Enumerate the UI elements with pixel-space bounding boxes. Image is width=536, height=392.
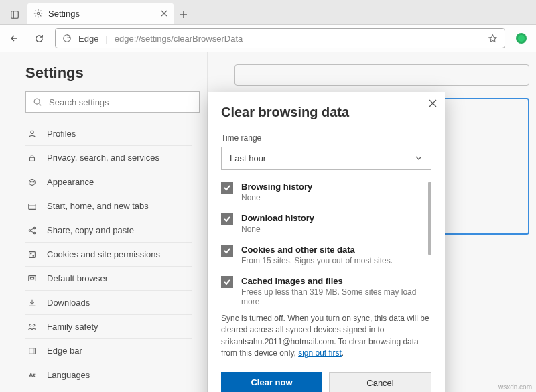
svg-point-20 — [34, 227, 36, 229]
share-icon — [27, 226, 38, 235]
svg-point-25 — [31, 253, 31, 253]
tab-actions-button[interactable] — [5, 5, 24, 24]
sidebar-item-label: Privacy, search, and services — [47, 153, 159, 163]
sidebar-icon — [27, 346, 38, 356]
sidebar-item-downloads[interactable]: Downloads — [25, 291, 192, 315]
dialog-buttons: Clear now Cancel — [221, 372, 431, 392]
svg-rect-13 — [30, 157, 35, 161]
sidebar-item-appearance[interactable]: Appearance — [25, 170, 192, 194]
sidebar-item-label: Start, home, and new tabs — [47, 201, 149, 211]
sign-out-link[interactable]: sign out first — [298, 348, 342, 358]
clear-browsing-data-dialog: Clear browsing data Time range Last hour… — [208, 92, 445, 392]
time-range-value: Last hour — [230, 153, 266, 164]
checkbox-item[interactable]: Cookies and other site dataFrom 15 sites… — [221, 245, 425, 265]
time-range-select[interactable]: Last hour — [221, 147, 431, 170]
search-icon — [33, 97, 42, 107]
sidebar-item-share[interactable]: Share, copy and paste — [25, 218, 192, 243]
sidebar-item-edgebar[interactable]: Edge bar — [25, 339, 192, 363]
svg-rect-17 — [29, 204, 36, 209]
checkbox-description: Frees up less than 319 MB. Some sites ma… — [241, 287, 425, 306]
sidebar-item-privacy[interactable]: Privacy, search, and services — [25, 146, 192, 170]
checkbox-label: Cookies and other site data — [241, 245, 393, 255]
svg-line-11 — [40, 104, 42, 106]
checkbox-item[interactable]: Cached images and filesFrees up less tha… — [221, 276, 425, 306]
sidebar-item-family[interactable]: Family safety — [25, 315, 192, 339]
checkbox-checked-icon[interactable] — [221, 276, 233, 288]
svg-point-19 — [29, 229, 31, 231]
svg-point-9 — [518, 35, 525, 42]
close-icon[interactable] — [429, 99, 437, 107]
svg-rect-24 — [29, 251, 36, 257]
download-icon — [27, 298, 38, 308]
sidebar-item-profiles[interactable]: Profiles — [25, 122, 192, 146]
edge-logo-icon — [62, 34, 72, 43]
sidebar-item-label: Profiles — [47, 129, 76, 139]
svg-point-14 — [29, 179, 36, 185]
close-icon[interactable] — [161, 10, 168, 17]
family-icon — [27, 322, 38, 332]
svg-line-22 — [31, 228, 34, 230]
gear-icon — [34, 9, 43, 18]
checkbox-label: Cached images and files — [241, 276, 425, 286]
browser-tab[interactable]: Settings — [27, 3, 174, 24]
address-url: edge://settings/clearBrowserData — [115, 34, 243, 44]
svg-rect-28 — [30, 277, 34, 279]
svg-point-26 — [33, 255, 34, 256]
toolbar: Edge | edge://settings/clearBrowserData — [0, 25, 536, 52]
sidebar-item-label: Downloads — [47, 298, 90, 308]
page-title: Settings — [25, 64, 207, 82]
sidebar-item-start[interactable]: Start, home, and new tabs — [25, 194, 192, 218]
svg-point-30 — [33, 324, 35, 326]
profile-icon — [27, 129, 38, 139]
svg-point-10 — [34, 99, 40, 104]
checkbox-checked-icon[interactable] — [221, 213, 233, 225]
chevron-down-icon — [415, 154, 423, 162]
sidebar: Settings Search settings Profiles Privac… — [0, 52, 208, 392]
checkbox-description: None — [241, 193, 312, 202]
back-button[interactable] — [7, 30, 23, 46]
tab-icon — [27, 202, 38, 211]
sidebar-item-label: Share, copy and paste — [47, 225, 134, 235]
checkbox-label: Download history — [241, 213, 314, 223]
titlebar: Settings — [0, 0, 536, 25]
sidebar-item-label: Edge bar — [47, 346, 82, 356]
sidebar-item-cookies[interactable]: Cookies and site permissions — [25, 243, 192, 267]
clear-now-button[interactable]: Clear now — [221, 372, 322, 392]
watermark: wsxdn.com — [498, 383, 532, 391]
svg-point-2 — [37, 12, 40, 15]
sidebar-item-default-browser[interactable]: Default browser — [25, 267, 192, 291]
checkbox-item[interactable]: Download historyNone — [221, 213, 425, 234]
svg-point-29 — [29, 324, 31, 326]
cancel-button[interactable]: Cancel — [329, 372, 431, 392]
checkbox-item[interactable]: Browsing historyNone — [221, 182, 425, 202]
sidebar-item-label: Languages — [47, 370, 90, 380]
checkbox-checked-icon[interactable] — [221, 245, 233, 257]
favorite-icon[interactable] — [488, 34, 498, 44]
svg-line-23 — [31, 231, 34, 232]
svg-rect-0 — [11, 11, 19, 19]
cookie-icon — [27, 250, 38, 259]
address-bar[interactable]: Edge | edge://settings/clearBrowserData — [55, 28, 505, 48]
address-protocol: Edge — [78, 34, 98, 44]
search-placeholder: Search settings — [49, 97, 109, 107]
refresh-button[interactable] — [31, 30, 47, 46]
sidebar-item-label: Family safety — [47, 322, 98, 332]
main: Clear browsing data Time range Last hour… — [208, 52, 536, 392]
checkbox-checked-icon[interactable] — [221, 182, 233, 194]
new-tab-button[interactable] — [174, 5, 193, 24]
scrollbar-thumb[interactable] — [428, 182, 431, 255]
tab-title: Settings — [48, 9, 80, 19]
browser-icon — [27, 274, 38, 283]
sync-note: Sync is turned off. When you turn on syn… — [221, 313, 431, 360]
svg-point-21 — [34, 232, 36, 234]
sidebar-item-languages[interactable]: Languages — [25, 363, 192, 387]
separator: | — [105, 34, 107, 44]
sidebar-item-printers[interactable]: Printers — [25, 387, 192, 392]
profile-icon[interactable] — [513, 30, 529, 46]
search-input[interactable]: Search settings — [25, 91, 200, 113]
dialog-title: Clear browsing data — [221, 105, 431, 120]
sidebar-item-label: Cookies and site permissions — [47, 249, 160, 259]
checkbox-list: Browsing historyNone Download historyNon… — [221, 182, 431, 309]
svg-point-15 — [30, 181, 31, 182]
svg-point-12 — [31, 131, 34, 133]
